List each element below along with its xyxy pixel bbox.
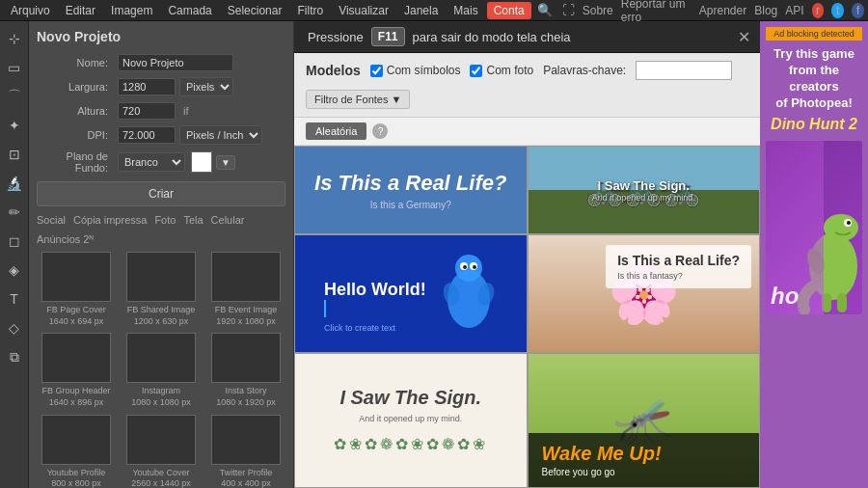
menu-imagem[interactable]: Imagem xyxy=(104,2,159,19)
dpi-label: DPI: xyxy=(37,129,114,141)
menu-mais[interactable]: Mais xyxy=(447,2,484,19)
bg-select[interactable]: Branco xyxy=(118,152,185,172)
tool-fill[interactable]: ◈ xyxy=(3,258,26,282)
name-input[interactable] xyxy=(118,54,233,71)
menu-api[interactable]: API xyxy=(785,4,803,17)
height-label: Altura: xyxy=(37,105,114,117)
tool-shape[interactable]: ◇ xyxy=(3,316,26,339)
ad-game-banner[interactable]: ho xyxy=(766,141,862,314)
bg-label: Plano de Fundo: xyxy=(37,150,114,174)
help-icon[interactable]: ? xyxy=(372,123,388,139)
menu-selecionar[interactable]: Selecionar xyxy=(221,2,289,19)
arrow-btn[interactable]: ▼ xyxy=(216,155,235,170)
filter-fontes-button[interactable]: Filtro de Fontes ▼ xyxy=(306,90,410,109)
ad-card-fb-page[interactable]: FB Page Cover1640 x 694 px xyxy=(37,252,116,327)
template-4[interactable]: 🌸 Is This a Real Life? Is this a fantasy… xyxy=(528,234,761,352)
f11-close-button[interactable]: ✕ xyxy=(738,28,750,46)
cursor-bar xyxy=(324,300,326,317)
width-input[interactable] xyxy=(118,78,176,95)
menu-editar[interactable]: Editar xyxy=(59,2,102,19)
nav-celular[interactable]: Celular xyxy=(211,214,245,226)
tool-lasso[interactable]: ⌒ xyxy=(3,85,26,108)
bike-text-line1: I Saw The Sign. xyxy=(592,178,695,193)
icon-facebook[interactable]: f xyxy=(852,3,864,18)
icon-reddit[interactable]: r xyxy=(812,3,825,18)
keywords-input[interactable] xyxy=(636,61,732,80)
nav-tela[interactable]: Tela xyxy=(183,214,203,226)
tool-text[interactable]: T xyxy=(3,287,26,311)
ad-label-fb-page: FB Page Cover1640 x 694 px xyxy=(46,305,106,327)
tool-crop[interactable]: ⊡ xyxy=(3,143,26,166)
nav-copia[interactable]: Cópia impressa xyxy=(73,214,147,226)
nav-foto[interactable]: Foto xyxy=(154,214,176,226)
ad-thumb-fb-group xyxy=(41,333,111,383)
creature-text: Hello World! Click to create text xyxy=(324,280,426,333)
f11-suffix: para sair do modo tela cheia xyxy=(413,30,571,44)
menu-visualizar[interactable]: Visualizar xyxy=(332,2,395,19)
ad-card-yt-profile[interactable]: Youtube Profile800 x 800 px xyxy=(37,415,116,488)
tool-eraser[interactable]: ◻ xyxy=(3,230,26,253)
height-input[interactable] xyxy=(118,102,176,120)
checkbox-simbolos[interactable]: Com símbolos xyxy=(370,64,461,77)
aleatoria-button[interactable]: Aleatória xyxy=(306,122,366,140)
width-unit-select[interactable]: Pixels xyxy=(179,77,233,96)
ad-card-fb-event[interactable]: FB Event Image1920 x 1080 px xyxy=(206,252,285,327)
ad-thumb-fb-shared xyxy=(126,252,196,302)
ad-card-insta-story[interactable]: Insta Story1080 x 1920 px xyxy=(206,333,285,408)
template-6[interactable]: 🦟 Wake Me Up! Before you go go xyxy=(528,353,761,488)
icon-twitter[interactable]: t xyxy=(831,3,844,18)
name-row: Nome: xyxy=(37,54,285,71)
menu-blog[interactable]: Blog xyxy=(754,4,777,17)
ad-card-twitter[interactable]: Twitter Profile400 x 400 px xyxy=(206,415,285,488)
template-5[interactable]: I Saw The Sign. And it opened up my mind… xyxy=(294,353,528,488)
checkbox-foto[interactable]: Com foto xyxy=(470,64,533,77)
modelos-header: Modelos Com símbolos Com foto Palavras-c… xyxy=(294,53,760,118)
dpi-unit-select[interactable]: Pixels / Inch xyxy=(179,125,262,145)
nav-social[interactable]: Social xyxy=(37,214,66,226)
menu-conta[interactable]: Conta xyxy=(487,2,531,19)
tpl5-title: I Saw The Sign. xyxy=(339,387,481,409)
ad-game-title[interactable]: Dino Hunt 2 xyxy=(771,116,857,133)
center-area: Pressione F11 para sair do modo tela che… xyxy=(294,21,760,488)
menu-arquivo[interactable]: Arquivo xyxy=(4,2,57,19)
ad-label-yt-profile: Youtube Profile800 x 800 px xyxy=(47,468,106,488)
menu-reportar[interactable]: Reportar um erro xyxy=(621,0,692,24)
svg-point-1 xyxy=(455,255,482,282)
ad-card-fb-shared[interactable]: FB Shared Image1200 x 630 px xyxy=(122,252,201,327)
f11-banner: Pressione F11 para sair do modo tela che… xyxy=(294,21,760,53)
ad-label-yt-cover: Youtube Cover2560 x 1440 px xyxy=(131,468,191,488)
template-1[interactable]: Is This a Real Life? Is this a Germany? xyxy=(294,146,528,234)
menu-aprender[interactable]: Aprender xyxy=(699,4,746,17)
menu-camada[interactable]: Camada xyxy=(161,2,218,19)
panel-title: Novo Projeto xyxy=(37,29,285,44)
menu-janela[interactable]: Janela xyxy=(397,2,445,19)
template-2[interactable]: 🚲🚲🚲 I Saw The Sign. And it opened up my … xyxy=(528,146,761,234)
dpi-input[interactable] xyxy=(118,126,176,144)
ad-thumb-instagram xyxy=(126,333,196,383)
tpl6-sub: Before you go go xyxy=(542,467,746,477)
tool-move[interactable]: ⊹ xyxy=(3,27,26,50)
template-3[interactable]: Hello World! Click to create text xyxy=(294,234,528,352)
tool-magic-wand[interactable]: ✦ xyxy=(3,114,26,137)
tool-brush[interactable]: ✏ xyxy=(3,201,26,224)
tool-select-rect[interactable]: ▭ xyxy=(3,56,26,79)
tool-eyedropper[interactable]: 🔬 xyxy=(3,172,26,195)
search-icon[interactable]: 🔍 xyxy=(533,3,556,17)
tool-layers[interactable]: ⧉ xyxy=(3,345,26,368)
menu-filtro[interactable]: Filtro xyxy=(290,2,330,19)
creature-title: Hello World! xyxy=(324,280,426,300)
height-unit: if xyxy=(183,105,189,117)
ad-card-fb-group[interactable]: FB Group Header1640 x 896 px xyxy=(37,333,116,408)
ad-card-instagram[interactable]: Instagram1080 x 1080 px xyxy=(122,333,201,408)
create-button[interactable]: Criar xyxy=(37,181,285,206)
fullscreen-icon[interactable]: ⛶ xyxy=(558,3,579,17)
ad-text-large: ho xyxy=(771,283,799,310)
bike-text-overlay: I Saw The Sign. And it opened up my mind… xyxy=(592,178,695,203)
ads-header: Anúncios 2ᴺ xyxy=(37,233,285,246)
f11-key: F11 xyxy=(371,27,405,46)
menu-sobre[interactable]: Sobre xyxy=(583,4,613,17)
right-ad-panel: Ad blocking detected Try this game from … xyxy=(760,21,868,488)
color-picker[interactable] xyxy=(191,151,212,173)
dark-overlay: Wake Me Up! Before you go go xyxy=(529,433,760,487)
ad-card-yt-cover[interactable]: Youtube Cover2560 x 1440 px xyxy=(122,415,201,488)
